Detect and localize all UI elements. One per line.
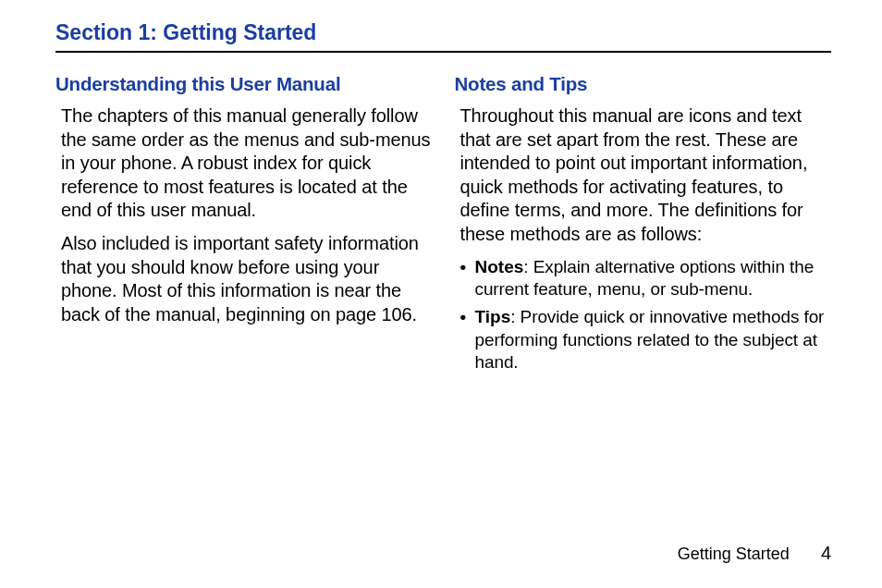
right-heading: Notes and Tips — [455, 73, 832, 95]
section-title: Section 1: Getting Started — [55, 20, 831, 53]
bullet-text: : Provide quick or innovative methods fo… — [475, 307, 825, 372]
bullet-item: Notes: Explain alternative options withi… — [460, 256, 832, 301]
page-number: 4 — [821, 543, 831, 564]
bullet-term: Notes — [475, 257, 524, 276]
page-footer: Getting Started 4 — [678, 543, 831, 564]
left-heading: Understanding this User Manual — [55, 73, 433, 95]
content-columns: Understanding this User Manual The chapt… — [55, 73, 831, 379]
bullet-item: Tips: Provide quick or innovative method… — [460, 306, 832, 374]
left-body: The chapters of this manual generally fo… — [55, 104, 433, 326]
bullet-text: : Explain alternative options within the… — [475, 257, 815, 299]
footer-section: Getting Started — [678, 545, 790, 564]
paragraph: The chapters of this manual generally fo… — [61, 104, 433, 223]
right-body: Throughout this manual are icons and tex… — [455, 104, 832, 374]
right-column: Notes and Tips Throughout this manual ar… — [455, 73, 832, 379]
paragraph: Throughout this manual are icons and tex… — [460, 104, 832, 247]
paragraph: Also included is important safety inform… — [61, 232, 433, 326]
left-column: Understanding this User Manual The chapt… — [55, 73, 433, 379]
bullet-term: Tips — [475, 307, 511, 326]
manual-page: Section 1: Getting Started Understanding… — [0, 0, 882, 588]
